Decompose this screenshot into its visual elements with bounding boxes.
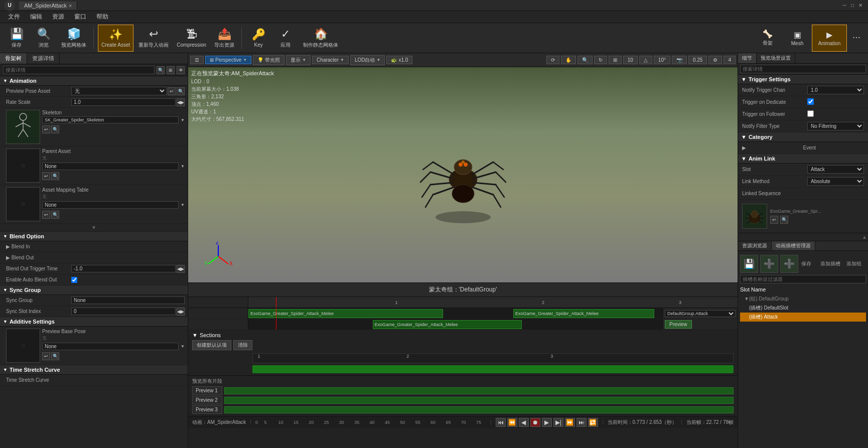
- create-default-btn[interactable]: 创建默认认项: [192, 340, 231, 350]
- viewport[interactable]: 正在预览蒙太奇:AM_SpiderAttack LOD：0 当前屏幕大小：1.0…: [188, 67, 738, 282]
- skip-end-btn[interactable]: ⏭: [576, 418, 587, 427]
- angle-btn[interactable]: △: [639, 56, 652, 64]
- sync-slot-drag[interactable]: ◀▶: [177, 308, 185, 316]
- trigger-dedicate-checkbox[interactable]: [807, 98, 814, 105]
- menu-file[interactable]: 文件: [3, 12, 25, 22]
- skeleton-reset-btn[interactable]: ↩: [42, 125, 50, 133]
- preview-base-search-btn[interactable]: 🔍: [51, 352, 59, 360]
- pan-btn[interactable]: ✋: [561, 56, 576, 64]
- vp-settings-btn[interactable]: ⚙: [708, 56, 722, 64]
- eye-btn[interactable]: 👁: [177, 66, 185, 74]
- close-btn[interactable]: ✕: [857, 2, 864, 9]
- r-tab-preview[interactable]: 预览场景设置: [757, 53, 795, 63]
- main-tab[interactable]: AM_SpiderAttack ×: [19, 2, 77, 10]
- notify-trigger-select[interactable]: 1.0: [807, 86, 864, 94]
- menu-edit[interactable]: 编辑: [25, 12, 47, 22]
- lit-btn[interactable]: 💡 带光照: [253, 55, 284, 65]
- record-btn[interactable]: ⏺: [530, 418, 540, 427]
- ab-tab-browser[interactable]: 资源浏览器: [738, 241, 772, 250]
- create-asset-button[interactable]: ✨ Create Asset: [98, 25, 133, 52]
- tab-close-btn[interactable]: ×: [69, 3, 72, 9]
- skeleton-search-btn[interactable]: 🔍: [51, 125, 59, 133]
- asset-mapping-select[interactable]: [42, 201, 179, 209]
- parent-reset-btn[interactable]: ↩: [42, 172, 50, 180]
- grid-btn[interactable]: ⊞: [167, 66, 175, 74]
- blend-out-drag[interactable]: ◀▶: [177, 265, 185, 273]
- category-header[interactable]: ▼ Category: [738, 132, 868, 142]
- ab-add-slot-icon[interactable]: ➕: [760, 255, 778, 273]
- preview-btn[interactable]: Preview: [665, 320, 692, 329]
- parent-search-btn[interactable]: 🔍: [51, 172, 59, 180]
- rotate-btn[interactable]: ↻: [594, 56, 607, 64]
- blend-out-trigger-input[interactable]: [71, 265, 176, 272]
- perspective-btn[interactable]: ⊞ Perspective ▼: [205, 56, 251, 64]
- asset-mapping-search-btn[interactable]: 🔍: [51, 211, 59, 219]
- animation-section-header[interactable]: ▼ Animation: [0, 76, 188, 86]
- static-mesh-button[interactable]: 🏠 制作静态网格体: [300, 25, 341, 52]
- notify-filter-select[interactable]: No Filtering: [807, 122, 864, 130]
- next-frame-btn[interactable]: ⏩: [565, 418, 575, 427]
- save-button[interactable]: 💾 保存: [4, 25, 29, 52]
- slot-default-slot[interactable]: (插槽) DefaultSlot: [740, 304, 866, 313]
- rate-scale-drag[interactable]: ◀▶: [177, 98, 185, 106]
- preview-mesh-button[interactable]: 🧊 预览网格体: [58, 25, 89, 52]
- preview-pose-search-btn[interactable]: 🔍: [177, 87, 185, 95]
- play-btn[interactable]: ▶: [542, 418, 552, 427]
- asset-mapping-reset-btn[interactable]: ↩: [42, 211, 50, 219]
- trigger-settings-header[interactable]: ▼ Trigger Settings: [738, 75, 868, 84]
- camera-btn[interactable]: 📷: [672, 56, 687, 64]
- linked-seq-reset-btn[interactable]: ↩: [770, 216, 778, 224]
- skeleton-btn[interactable]: 🦴 骨架: [753, 25, 783, 52]
- character-btn[interactable]: Character ▼: [312, 56, 349, 64]
- ab-tab-slot-manager[interactable]: 动画插槽管理器: [772, 241, 815, 250]
- loop-btn[interactable]: 🔁: [588, 418, 598, 427]
- tab-skeleton-tree[interactable]: 骨架树: [0, 53, 27, 64]
- reimport-button[interactable]: ↩ 重新导入动画: [135, 25, 172, 52]
- search-btn[interactable]: 🔍: [157, 66, 165, 74]
- time-stretch-curve-header[interactable]: ▼ Time Stretch Curve: [0, 365, 188, 375]
- zoom-btn[interactable]: 🔍: [577, 56, 593, 64]
- show-btn[interactable]: 显示 ▼: [286, 55, 311, 65]
- right-search-input[interactable]: [740, 65, 866, 73]
- restore-btn[interactable]: □: [849, 2, 856, 9]
- blend-option-header[interactable]: ▼ Blend Option: [0, 232, 188, 241]
- track-clip-1a[interactable]: ExoGame_Greater_Spider_Attack_Melee: [248, 309, 443, 318]
- r-tab-details[interactable]: 细节: [738, 53, 757, 63]
- ab-add-group-icon[interactable]: ➕: [780, 255, 798, 273]
- additive-settings-header[interactable]: ▼ Additive Settings: [0, 317, 188, 327]
- sync-group-header[interactable]: ▼ Sync Group: [0, 285, 188, 295]
- next-btn[interactable]: ▶|: [553, 418, 563, 427]
- orbit-btn[interactable]: ⟳: [546, 56, 559, 64]
- menu-window[interactable]: 窗口: [69, 12, 91, 22]
- menu-help[interactable]: 帮助: [91, 12, 113, 22]
- speed-btn[interactable]: 🐢 x1.0: [386, 56, 412, 64]
- trigger-follower-checkbox[interactable]: [807, 110, 814, 117]
- linked-seq-search-btn[interactable]: 🔍: [780, 216, 788, 224]
- prev-frame-btn[interactable]: ⏪: [507, 418, 517, 427]
- enable-auto-blend-checkbox[interactable]: [71, 277, 77, 283]
- link-method-select[interactable]: Absolute: [807, 177, 864, 186]
- slot-attack[interactable]: (插槽) Attack: [740, 313, 866, 322]
- track-clip-2a[interactable]: ExoGame_Greater_Spider_Attack_Melee: [373, 320, 522, 329]
- key-button[interactable]: 🔑 Key: [246, 25, 271, 52]
- sync-slot-input[interactable]: [71, 308, 176, 315]
- vp-menu-btn[interactable]: ☰: [190, 56, 204, 64]
- grid-vp-btn[interactable]: ⊞: [609, 56, 622, 64]
- apply-button[interactable]: ✓ 应用: [273, 25, 298, 52]
- compression-button[interactable]: 🗜 Compression: [174, 25, 209, 52]
- clear-btn[interactable]: 清除: [233, 340, 252, 350]
- animation-btn[interactable]: ▶ Animation: [812, 25, 847, 52]
- left-search-input[interactable]: [3, 66, 155, 74]
- preview-base-pose-select[interactable]: [42, 343, 179, 350]
- more-btn[interactable]: ⋯: [849, 25, 864, 52]
- lod-btn[interactable]: LOD自动 ▼: [350, 55, 385, 65]
- ab-save-icon[interactable]: 💾: [740, 255, 758, 273]
- slot-group-header[interactable]: ▼(组) DefaultGroup: [740, 294, 866, 304]
- slot-select[interactable]: DefaultGroup.Attack: [665, 310, 736, 317]
- skip-start-btn[interactable]: ⏮: [496, 418, 506, 427]
- menu-asset[interactable]: 资源: [47, 12, 69, 22]
- browse-button[interactable]: 🔍 浏览: [31, 25, 56, 52]
- sync-group-input[interactable]: [71, 296, 185, 304]
- skeleton-select[interactable]: [42, 116, 179, 123]
- parent-asset-select[interactable]: [42, 163, 179, 170]
